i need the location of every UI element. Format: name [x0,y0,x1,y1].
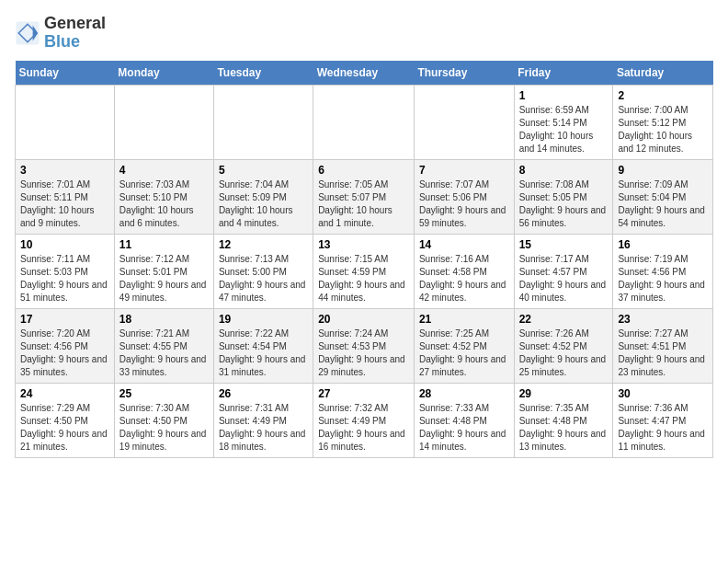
weekday-header: Friday [514,61,613,86]
calendar-week-row: 24Sunrise: 7:29 AM Sunset: 4:50 PM Dayli… [16,383,713,457]
day-info: Sunrise: 7:19 AM Sunset: 4:56 PM Dayligh… [618,253,708,304]
calendar-cell: 14Sunrise: 7:16 AM Sunset: 4:58 PM Dayli… [414,234,514,308]
day-number: 30 [618,387,708,400]
weekday-header: Wednesday [313,61,415,86]
day-number: 5 [219,164,308,177]
calendar-cell: 17Sunrise: 7:20 AM Sunset: 4:56 PM Dayli… [16,308,115,383]
day-number: 17 [20,313,109,326]
day-info: Sunrise: 7:22 AM Sunset: 4:54 PM Dayligh… [219,327,308,379]
calendar-cell: 24Sunrise: 7:29 AM Sunset: 4:50 PM Dayli… [16,383,115,457]
calendar-cell: 20Sunrise: 7:24 AM Sunset: 4:53 PM Dayli… [313,308,415,383]
day-info: Sunrise: 7:08 AM Sunset: 5:05 PM Dayligh… [519,178,609,230]
day-info: Sunrise: 7:29 AM Sunset: 4:50 PM Dayligh… [20,402,109,454]
logo-text: General Blue [44,15,106,52]
weekday-row: SundayMondayTuesdayWednesdayThursdayFrid… [16,61,713,86]
calendar-cell: 21Sunrise: 7:25 AM Sunset: 4:52 PM Dayli… [414,308,514,383]
day-info: Sunrise: 7:12 AM Sunset: 5:01 PM Dayligh… [119,253,209,304]
calendar-cell: 26Sunrise: 7:31 AM Sunset: 4:49 PM Dayli… [213,383,313,457]
day-info: Sunrise: 7:03 AM Sunset: 5:10 PM Dayligh… [119,178,209,230]
day-number: 3 [20,164,109,177]
calendar-week-row: 3Sunrise: 7:01 AM Sunset: 5:11 PM Daylig… [16,159,713,234]
calendar-cell: 16Sunrise: 7:19 AM Sunset: 4:56 PM Dayli… [613,234,713,308]
calendar-cell: 6Sunrise: 7:05 AM Sunset: 5:07 PM Daylig… [313,159,415,234]
day-number: 29 [519,387,609,400]
day-info: Sunrise: 7:17 AM Sunset: 4:57 PM Dayligh… [519,253,609,304]
calendar-header: SundayMondayTuesdayWednesdayThursdayFrid… [16,61,713,86]
calendar-body: 1Sunrise: 6:59 AM Sunset: 5:14 PM Daylig… [16,85,713,457]
day-number: 21 [419,313,509,326]
calendar-cell: 19Sunrise: 7:22 AM Sunset: 4:54 PM Dayli… [213,308,313,383]
weekday-header: Monday [114,61,213,86]
calendar-cell: 10Sunrise: 7:11 AM Sunset: 5:03 PM Dayli… [16,234,115,308]
calendar-week-row: 17Sunrise: 7:20 AM Sunset: 4:56 PM Dayli… [16,308,713,383]
day-number: 2 [618,89,708,102]
day-info: Sunrise: 7:30 AM Sunset: 4:50 PM Dayligh… [119,402,209,454]
day-info: Sunrise: 7:27 AM Sunset: 4:51 PM Dayligh… [618,327,708,379]
calendar-cell: 2Sunrise: 7:00 AM Sunset: 5:12 PM Daylig… [613,85,713,159]
day-info: Sunrise: 7:15 AM Sunset: 4:59 PM Dayligh… [318,253,409,304]
day-info: Sunrise: 7:01 AM Sunset: 5:11 PM Dayligh… [20,178,109,230]
day-info: Sunrise: 7:04 AM Sunset: 5:09 PM Dayligh… [219,178,308,230]
day-info: Sunrise: 7:32 AM Sunset: 4:49 PM Dayligh… [318,402,409,454]
day-number: 15 [519,238,609,251]
calendar-cell [213,85,313,159]
day-info: Sunrise: 7:11 AM Sunset: 5:03 PM Dayligh… [20,253,109,304]
day-info: Sunrise: 7:36 AM Sunset: 4:47 PM Dayligh… [618,402,708,454]
calendar-cell [414,85,514,159]
calendar-cell: 12Sunrise: 7:13 AM Sunset: 5:00 PM Dayli… [213,234,313,308]
day-number: 23 [618,313,708,326]
day-number: 6 [318,164,409,177]
calendar-cell: 30Sunrise: 7:36 AM Sunset: 4:47 PM Dayli… [613,383,713,457]
day-number: 11 [119,238,209,251]
day-number: 20 [318,313,409,326]
calendar-cell: 11Sunrise: 7:12 AM Sunset: 5:01 PM Dayli… [114,234,213,308]
weekday-header: Thursday [414,61,514,86]
day-number: 18 [119,313,209,326]
calendar-cell: 18Sunrise: 7:21 AM Sunset: 4:55 PM Dayli… [114,308,213,383]
day-number: 1 [519,89,609,102]
calendar-cell [114,85,213,159]
weekday-header: Saturday [613,61,713,86]
calendar-cell: 9Sunrise: 7:09 AM Sunset: 5:04 PM Daylig… [613,159,713,234]
day-number: 24 [20,387,109,400]
day-number: 7 [419,164,509,177]
calendar-cell: 22Sunrise: 7:26 AM Sunset: 4:52 PM Dayli… [514,308,613,383]
day-info: Sunrise: 7:16 AM Sunset: 4:58 PM Dayligh… [419,253,509,304]
logo-icon [15,20,40,46]
day-number: 28 [419,387,509,400]
calendar-cell: 5Sunrise: 7:04 AM Sunset: 5:09 PM Daylig… [213,159,313,234]
day-info: Sunrise: 7:05 AM Sunset: 5:07 PM Dayligh… [318,178,409,230]
calendar-cell: 3Sunrise: 7:01 AM Sunset: 5:11 PM Daylig… [16,159,115,234]
day-number: 19 [219,313,308,326]
day-info: Sunrise: 6:59 AM Sunset: 5:14 PM Dayligh… [519,104,609,155]
calendar-table: SundayMondayTuesdayWednesdayThursdayFrid… [15,61,713,458]
day-info: Sunrise: 7:33 AM Sunset: 4:48 PM Dayligh… [419,402,509,454]
calendar-cell: 4Sunrise: 7:03 AM Sunset: 5:10 PM Daylig… [114,159,213,234]
calendar-cell: 13Sunrise: 7:15 AM Sunset: 4:59 PM Dayli… [313,234,415,308]
day-info: Sunrise: 7:21 AM Sunset: 4:55 PM Dayligh… [119,327,209,379]
day-info: Sunrise: 7:13 AM Sunset: 5:00 PM Dayligh… [219,253,308,304]
day-number: 16 [618,238,708,251]
calendar-cell: 7Sunrise: 7:07 AM Sunset: 5:06 PM Daylig… [414,159,514,234]
day-info: Sunrise: 7:26 AM Sunset: 4:52 PM Dayligh… [519,327,609,379]
day-info: Sunrise: 7:09 AM Sunset: 5:04 PM Dayligh… [618,178,708,230]
calendar-cell: 27Sunrise: 7:32 AM Sunset: 4:49 PM Dayli… [313,383,415,457]
calendar-cell: 28Sunrise: 7:33 AM Sunset: 4:48 PM Dayli… [414,383,514,457]
day-info: Sunrise: 7:31 AM Sunset: 4:49 PM Dayligh… [219,402,308,454]
day-info: Sunrise: 7:07 AM Sunset: 5:06 PM Dayligh… [419,178,509,230]
day-info: Sunrise: 7:24 AM Sunset: 4:53 PM Dayligh… [318,327,409,379]
calendar-cell: 15Sunrise: 7:17 AM Sunset: 4:57 PM Dayli… [514,234,613,308]
calendar-cell: 25Sunrise: 7:30 AM Sunset: 4:50 PM Dayli… [114,383,213,457]
calendar-week-row: 10Sunrise: 7:11 AM Sunset: 5:03 PM Dayli… [16,234,713,308]
day-number: 27 [318,387,409,400]
calendar-week-row: 1Sunrise: 6:59 AM Sunset: 5:14 PM Daylig… [16,85,713,159]
calendar-cell [313,85,415,159]
day-info: Sunrise: 7:00 AM Sunset: 5:12 PM Dayligh… [618,104,708,155]
day-number: 4 [119,164,209,177]
weekday-header: Sunday [16,61,115,86]
day-number: 13 [318,238,409,251]
calendar-cell: 23Sunrise: 7:27 AM Sunset: 4:51 PM Dayli… [613,308,713,383]
weekday-header: Tuesday [213,61,313,86]
calendar-cell: 29Sunrise: 7:35 AM Sunset: 4:48 PM Dayli… [514,383,613,457]
logo: General Blue [15,15,106,52]
